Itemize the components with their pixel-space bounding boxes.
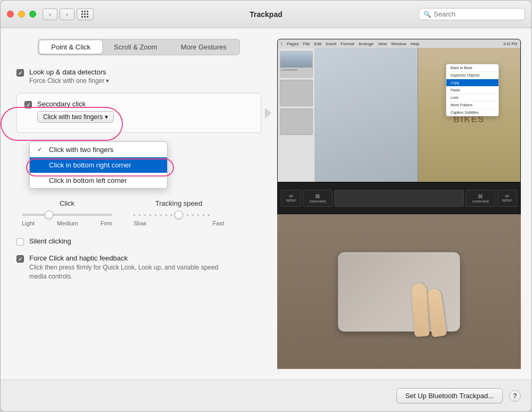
lookup-sublabel: Force Click with one finger ▾ [29, 77, 109, 85]
dropdown-menu: ✓ Click with two fingers Click in bottom… [29, 141, 168, 189]
tracking-slider-group: Tracking speed [134, 199, 224, 226]
force-click-checkbox[interactable] [16, 255, 24, 263]
search-input[interactable] [434, 10, 520, 18]
tab-point-click[interactable]: Point & Click [39, 40, 102, 54]
screen-sidebar: CUSTOM BIKES [278, 48, 315, 182]
key-command-right: ⌘ command [466, 190, 495, 207]
nav-buttons: ‹ › [43, 9, 74, 20]
secondary-click-row: Secondary click Click with two fingers ▾ [24, 100, 253, 123]
force-click-row: Force Click and haptic feedback Click th… [16, 254, 261, 281]
silent-clicking-checkbox[interactable] [16, 238, 24, 246]
content-area: Point & Click Scroll & Zoom More Gesture… [1, 28, 531, 380]
screen-main-area: CUSTOMBIKES Back to Back Inspector Objec… [315, 48, 520, 182]
thumbnail-1: CUSTOM BIKES [280, 51, 313, 78]
keyboard-preview: alt option ⌘ command ⌘ command alt optio… [277, 182, 521, 214]
tracking-label-fast: Fast [213, 220, 224, 226]
screen-context-menu: Back to Back Inspector Objects Copy Past… [446, 64, 499, 116]
click-label-firm: Firm [101, 220, 112, 226]
forward-button[interactable]: › [60, 9, 74, 20]
secondary-click-content: Secondary click Click with two fingers ▾ [37, 100, 114, 123]
titlebar: ‹ › Trackpad 🔍 [1, 1, 531, 28]
finger-2 [411, 283, 430, 337]
help-button[interactable]: ? [509, 390, 521, 402]
click-label-light: Light [22, 220, 35, 226]
click-slider-labels: Light Medium Firm [22, 220, 112, 226]
search-box[interactable]: 🔍 [419, 8, 525, 20]
silent-clicking-label: Silent clicking [29, 237, 71, 245]
secondary-click-label: Secondary click [37, 100, 114, 108]
click-slider-thumb[interactable] [45, 211, 53, 219]
secondary-click-section: Secondary click Click with two fingers ▾ [16, 93, 261, 133]
key-command-left: ⌘ command [303, 190, 332, 207]
apple-menu:  [281, 41, 282, 46]
click-slider-track[interactable] [22, 214, 112, 216]
trackpad-preview [277, 214, 521, 369]
thumbnail-3 [280, 108, 313, 135]
force-click-content: Force Click and haptic feedback Click th… [29, 254, 221, 281]
checkmark-icon: ✓ [37, 146, 45, 153]
screen-body: CUSTOM BIKES CUSTOMBIKES Back to B [278, 48, 520, 182]
dropdown-item-bottom-left[interactable]: Click in bottom left corner [30, 173, 167, 188]
search-icon: 🔍 [423, 11, 431, 18]
lookup-setting-row: Look up & data detectors Force Click wit… [16, 68, 261, 85]
silent-clicking-row: Silent clicking [16, 237, 261, 246]
secondary-click-container: Secondary click Click with two fingers ▾ [16, 93, 261, 189]
click-slider-title: Click [60, 199, 74, 207]
sliders-section: Click Light Medium Firm Tracking speed [16, 199, 261, 226]
click-label-medium: Medium [57, 220, 78, 226]
setup-bluetooth-button[interactable]: Set Up Bluetooth Trackpad... [396, 388, 503, 403]
key-option-right: alt option [497, 190, 517, 207]
tab-scroll-zoom[interactable]: Scroll & Zoom [102, 40, 169, 54]
bottom-bar: Set Up Bluetooth Trackpad... ? [1, 380, 531, 411]
hand-fingers [396, 262, 454, 347]
click-slider-group: Click Light Medium Firm [22, 199, 112, 226]
left-panel: Point & Click Scroll & Zoom More Gesture… [1, 39, 277, 380]
tracking-label-slow: Slow [134, 220, 146, 226]
right-panel:  Pages File Edit Insert Format Arrange … [277, 39, 531, 380]
main-window: ‹ › Trackpad 🔍 Point & Click Scroll & Zo… [0, 0, 532, 412]
traffic-lights [7, 11, 36, 18]
grid-view-button[interactable] [77, 9, 94, 20]
minimize-button[interactable] [18, 11, 25, 18]
secondary-click-dropdown-wrapper: Click with two fingers ▾ [37, 108, 114, 123]
dropdown-menu-container: ✓ Click with two fingers Click in bottom… [29, 141, 261, 189]
screen-cell-bike [315, 48, 418, 182]
key-option-left: alt option [281, 190, 301, 207]
trackpad-surface [338, 252, 460, 332]
dropdown-item-bottom-right[interactable]: Click in bottom right corner [30, 157, 167, 173]
thumbnail-2 [280, 80, 313, 106]
secondary-click-checkbox[interactable] [24, 101, 32, 108]
bottom-settings: Silent clicking Force Click and haptic f… [16, 237, 261, 281]
tab-more-gestures[interactable]: More Gestures [169, 40, 238, 54]
tracking-slider-labels: Slow Fast [134, 220, 224, 226]
back-button[interactable]: ‹ [43, 9, 57, 20]
window-title: Trackpad [250, 10, 282, 19]
tracking-slider-track[interactable] [134, 214, 224, 216]
force-click-label: Force Click and haptic feedback [29, 254, 221, 262]
tab-bar: Point & Click Scroll & Zoom More Gesture… [16, 39, 261, 55]
lookup-checkbox[interactable] [16, 69, 24, 77]
close-button[interactable] [7, 11, 14, 18]
maximize-button[interactable] [29, 11, 36, 18]
secondary-click-dropdown[interactable]: Click with two fingers ▾ [37, 111, 114, 123]
dropdown-item-two-fingers[interactable]: ✓ Click with two fingers [30, 142, 167, 157]
tracking-slider-title: Tracking speed [155, 199, 202, 207]
grid-icon [81, 11, 89, 18]
lookup-label: Look up & data detectors [29, 68, 109, 76]
tracking-slider-thumb[interactable] [174, 211, 183, 219]
tab-group: Point & Click Scroll & Zoom More Gesture… [38, 39, 239, 55]
lookup-setting-content: Look up & data detectors Force Click wit… [29, 68, 109, 85]
screen-menubar:  Pages File Edit Insert Format Arrange … [278, 39, 520, 48]
force-click-sublabel: Click then press firmly for Quick Look, … [29, 263, 221, 281]
key-spacebar [334, 190, 464, 207]
mac-screen-preview:  Pages File Edit Insert Format Arrange … [277, 39, 521, 182]
